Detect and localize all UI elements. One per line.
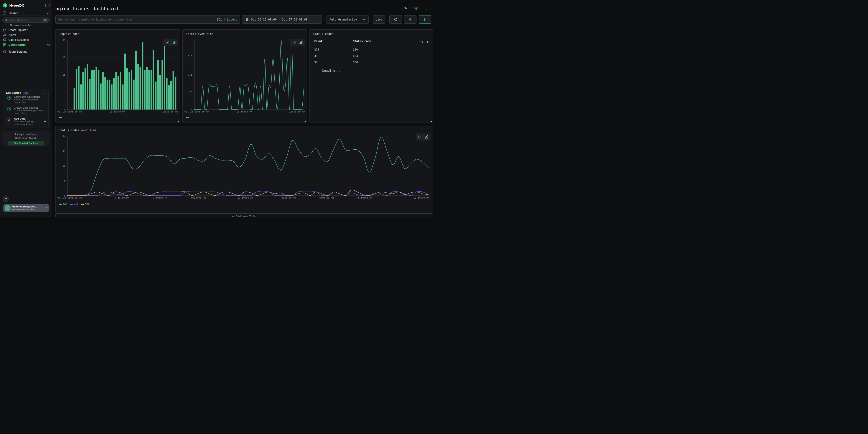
chevron-up-icon[interactable] <box>44 91 46 95</box>
download-icon[interactable] <box>426 40 429 44</box>
get-started-step-1[interactable]: Connect to ClickHouse Set up your databa… <box>5 96 47 103</box>
gear-icon <box>3 50 6 53</box>
get-started-step-3[interactable]: 3 Add Data Start sending logs, metrics, … <box>5 118 47 125</box>
svg-text:18: 18 <box>62 73 65 76</box>
chart-type-toggle <box>163 39 178 46</box>
shortcut-badge: ⌘K <box>42 19 49 22</box>
tags-button-label: 0 Tags <box>409 7 418 10</box>
request-rate-chart[interactable]: 09182736Oct 26 1:00:00 PM11:30:00 PM12:3… <box>56 30 180 123</box>
panel-errors-over-time: Errors over time 00.751.52.33Oct 26 1:00… <box>182 29 307 123</box>
bar-chart-toggle-icon[interactable] <box>425 135 428 139</box>
no-saved-searches-label: No saved searches <box>10 24 32 26</box>
bar-chart-toggle-icon[interactable] <box>172 41 176 44</box>
svg-text:32: 32 <box>62 134 65 137</box>
language-sql-toggle[interactable]: SQL <box>217 18 222 21</box>
cloud-card-text-line1: Ready to deploy on <box>2 132 50 136</box>
clickhouse-cloud-card: Ready to deploy on ClickHouse Cloud? Get… <box>2 131 50 146</box>
get-started-step-2[interactable]: Create Data Sources Configure where your… <box>5 106 47 115</box>
panel-resize-handle[interactable] <box>178 120 179 122</box>
panel-resize-handle[interactable] <box>305 120 306 122</box>
search-section-label: Search <box>9 11 19 15</box>
chart-type-toggle <box>415 133 431 141</box>
get-started-free-button[interactable]: Get Started for Free <box>8 141 44 146</box>
legend-entry-500[interactable]: 500 <box>81 203 90 206</box>
svg-text:11:30:00 PM: 11:30:00 PM <box>109 110 125 113</box>
sidebar-divider <box>0 16 52 16</box>
live-button[interactable]: Live <box>373 15 385 24</box>
column-header-status-code[interactable]: Status code <box>353 40 371 43</box>
run-query-button[interactable] <box>419 15 431 24</box>
date-range-picker[interactable]: Oct 26 13:00:00 - Oct 27 13:00:00 <box>242 15 322 24</box>
chevron-down-icon[interactable] <box>47 43 50 46</box>
line-chart-toggle-icon[interactable] <box>292 41 297 44</box>
refresh-button[interactable] <box>390 15 402 24</box>
svg-text:6:00:00 AM: 6:00:00 AM <box>319 196 334 199</box>
legend-dash <box>59 117 62 118</box>
legend-entry-200[interactable]: 200 <box>59 203 67 206</box>
line-chart-toggle-icon[interactable] <box>418 135 423 139</box>
svg-text:3: 3 <box>191 39 192 41</box>
nav-gap <box>0 47 52 49</box>
dashboard-grid-icon <box>3 43 6 46</box>
event-search-input[interactable]: Search your events w/ Lucene ex. column:… <box>55 15 240 24</box>
svg-text:Oct 26 1:00:00 PM: Oct 26 1:00:00 PM <box>57 196 82 199</box>
get-started-title: Get Started <box>6 91 21 94</box>
tags-button[interactable]: 0 Tags <box>403 5 420 11</box>
legend-label: 200 <box>63 203 67 206</box>
svg-text:9: 9 <box>64 91 65 93</box>
table-cell-count: 32 <box>314 61 317 64</box>
more-options-button[interactable] <box>423 5 431 11</box>
granularity-select[interactable]: Auto Granularity <box>327 15 369 24</box>
sidebar-item-search[interactable]: Search <box>3 10 50 16</box>
column-header-count[interactable]: Count <box>314 40 322 43</box>
sort-icon[interactable] <box>420 40 423 44</box>
legend-entry-404[interactable]: 404 <box>70 203 78 206</box>
step-subtitle: Start sending logs, metrics, or traces <box>14 120 42 126</box>
page-title: nginx traces dashboard <box>55 6 118 11</box>
line-chart-icon <box>3 28 6 32</box>
svg-text:2.3: 2.3 <box>188 55 192 58</box>
chevron-up-icon[interactable] <box>47 11 50 15</box>
errors-over-time-chart[interactable]: 00.751.52.33Oct 26 1:00:00 PM11:30:00 PM… <box>183 30 307 123</box>
step-number-badge: 3 <box>7 118 11 122</box>
status-codes-over-time-chart[interactable]: 08162432Oct 26 1:00:00 PM4:30:00 PM7:00:… <box>56 126 433 213</box>
panel-resize-handle[interactable] <box>431 120 432 122</box>
sidebar-item-team-settings[interactable]: Team Settings <box>0 49 52 54</box>
panel-resize-handle[interactable] <box>431 211 432 212</box>
hyperdx-logo-icon <box>3 3 7 8</box>
svg-text:4:30:00 PM: 4:30:00 PM <box>115 196 129 199</box>
help-button[interactable]: ? <box>3 196 9 202</box>
saved-searches-input[interactable]: Saved Searches ⌘K <box>2 18 50 23</box>
svg-text:12:30:00 PM: 12:30:00 PM <box>162 110 178 113</box>
sidebar-item-client-sessions[interactable]: Client Sessions <box>0 37 52 42</box>
arrow-right-icon[interactable] <box>43 118 47 125</box>
brand-name: HyperDX <box>9 3 24 7</box>
user-name: dominic.tran@clic... <box>12 205 37 208</box>
chart-legend <box>186 117 189 118</box>
chart-legend <box>59 117 62 118</box>
sidebar-item-alerts[interactable]: Alerts <box>0 33 52 38</box>
add-new-tile-button[interactable]: + Add New Tile <box>55 213 433 217</box>
user-menu[interactable]: D dominic.tran@clic... dominic.tran@clic… <box>3 204 50 212</box>
bar-chart-toggle-icon[interactable] <box>299 41 303 44</box>
sidebar-item-dashboards[interactable]: Dashboards <box>0 42 52 48</box>
legend-entry[interactable] <box>59 117 62 118</box>
step-subtitle: Set up your database connection <box>14 98 47 104</box>
language-lucene-toggle[interactable]: Lucene <box>227 18 237 21</box>
svg-text:8:30:00 AM: 8:30:00 AM <box>358 196 372 199</box>
calendar-icon <box>245 18 249 21</box>
legend-dash <box>70 204 73 205</box>
svg-text:12:30:00 PM: 12:30:00 PM <box>413 196 429 199</box>
nav-label: Client Sessions <box>8 38 29 41</box>
panel-title: Status codes <box>313 32 333 35</box>
legend-dash <box>59 204 62 205</box>
line-chart-toggle-icon[interactable] <box>165 41 169 44</box>
table-cell-status: 500 <box>353 61 358 64</box>
svg-text:Oct 26 1:00:00 PM: Oct 26 1:00:00 PM <box>184 110 209 113</box>
svg-text:36: 36 <box>62 39 65 41</box>
sidebar-collapse-icon[interactable] <box>45 3 50 7</box>
sidebar-item-chart-explorer[interactable]: Chart Explorer <box>0 28 52 33</box>
legend-entry[interactable] <box>186 117 189 118</box>
svg-text:27: 27 <box>62 56 65 59</box>
filter-button[interactable] <box>404 15 416 24</box>
